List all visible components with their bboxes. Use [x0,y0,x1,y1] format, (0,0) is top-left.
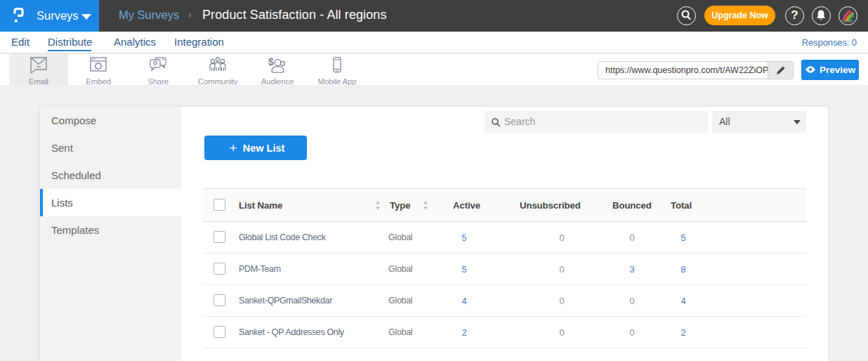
svg-text:$: $ [268,56,274,67]
